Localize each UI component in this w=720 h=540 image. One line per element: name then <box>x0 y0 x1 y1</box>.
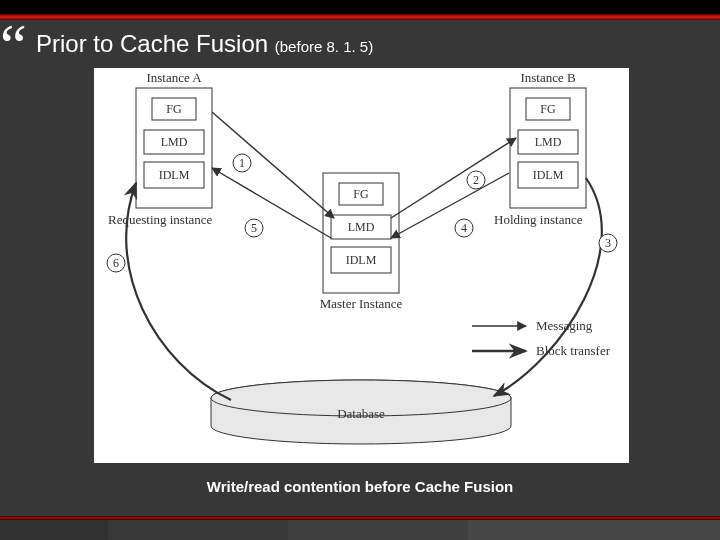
instance-a-role: Requesting instance <box>108 212 213 227</box>
svg-line-12 <box>212 112 334 218</box>
instance-a-header: Instance A <box>146 70 202 85</box>
slide-title: Prior to Cache Fusion (before 8. 1. 5) <box>36 30 373 58</box>
top-black-bar <box>0 0 720 14</box>
step-5: 5 <box>251 221 257 235</box>
svg-line-14 <box>391 138 516 218</box>
master-header: Master Instance <box>320 296 403 311</box>
architecture-diagram: Instance A FG LMD IDLM Requesting instan… <box>94 68 629 463</box>
step-1: 1 <box>239 156 245 170</box>
instance-a-lmd: LMD <box>161 135 188 149</box>
database-cylinder: Database <box>211 380 511 444</box>
database-label: Database <box>337 406 385 421</box>
instance-a-fg: FG <box>166 102 182 116</box>
instance-a-block: Instance A FG LMD IDLM Requesting instan… <box>108 70 213 227</box>
legend: Messaging Block transfer <box>472 318 611 358</box>
instance-b-role: Holding instance <box>494 212 583 227</box>
instance-b-fg: FG <box>540 102 556 116</box>
title-main: Prior to Cache Fusion <box>36 30 268 57</box>
step-3: 3 <box>605 236 611 250</box>
svg-line-16 <box>391 173 509 238</box>
legend-block-transfer: Block transfer <box>536 343 611 358</box>
instance-b-idlm: IDLM <box>533 168 564 182</box>
step-6: 6 <box>113 256 119 270</box>
master-instance-block: FG LMD IDLM Master Instance <box>320 173 403 311</box>
title-sub: (before 8. 1. 5) <box>275 38 373 55</box>
master-idlm: IDLM <box>346 253 377 267</box>
bottom-gradient-bar <box>0 520 720 540</box>
slide-root: “ Prior to Cache Fusion (before 8. 1. 5)… <box>0 0 720 540</box>
instance-b-header: Instance B <box>520 70 576 85</box>
instance-b-block: Instance B FG LMD IDLM Holding instance <box>494 70 586 227</box>
step-4: 4 <box>461 221 467 235</box>
master-fg: FG <box>353 187 369 201</box>
svg-line-18 <box>212 168 331 238</box>
top-red-divider <box>0 14 720 20</box>
legend-messaging: Messaging <box>536 318 593 333</box>
master-lmd: LMD <box>348 220 375 234</box>
instance-b-lmd: LMD <box>535 135 562 149</box>
quote-bullet-icon: “ <box>0 15 27 75</box>
instance-a-idlm: IDLM <box>159 168 190 182</box>
step-2: 2 <box>473 173 479 187</box>
diagram-caption: Write/read contention before Cache Fusio… <box>0 478 720 495</box>
